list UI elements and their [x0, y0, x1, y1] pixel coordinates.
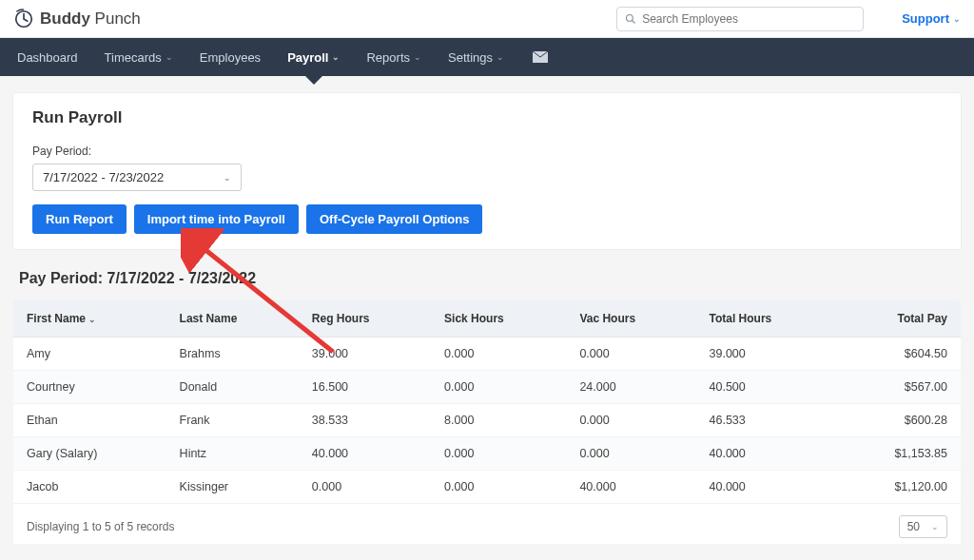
col-last-name[interactable]: Last Name — [166, 300, 299, 338]
results-title: Pay Period: 7/17/2022 - 7/23/2022 — [19, 270, 955, 287]
cell-reg-hours: 16.500 — [299, 371, 431, 404]
svg-point-1 — [627, 14, 633, 21]
chevron-down-icon: ⌄ — [953, 14, 961, 24]
nav-item-reports[interactable]: Reports⌄ — [353, 38, 435, 76]
chevron-down-icon: ⌄ — [497, 52, 504, 62]
run-report-button[interactable]: Run Report — [32, 204, 127, 234]
col-total-pay[interactable]: Total Pay — [836, 300, 961, 338]
search-box[interactable] — [616, 7, 864, 31]
col-sick-hours[interactable]: Sick Hours — [431, 300, 566, 338]
content: Run Payroll Pay Period: 7/17/2022 - 7/23… — [0, 76, 974, 553]
col-first-name[interactable]: First Name ⌄ — [13, 300, 166, 338]
nav-item-settings[interactable]: Settings⌄ — [435, 38, 517, 76]
col-total-hours[interactable]: Total Hours — [696, 300, 836, 338]
cell-reg-hours: 0.000 — [299, 471, 431, 504]
clock-icon — [13, 9, 34, 29]
nav-item-payroll[interactable]: Payroll⌄ — [274, 38, 353, 76]
cell-last-name: Frank — [166, 404, 299, 437]
cell-reg-hours: 40.000 — [299, 437, 431, 471]
support-link[interactable]: Support ⌄ — [902, 11, 961, 26]
pay-period-label: Pay Period: — [32, 145, 942, 158]
cell-total-hours: 39.000 — [696, 338, 836, 371]
page-size-select[interactable]: 50 ⌄ — [899, 515, 947, 538]
cell-total-pay: $604.50 — [836, 338, 961, 371]
cell-sick-hours: 0.000 — [431, 471, 566, 504]
cell-sick-hours: 0.000 — [431, 437, 566, 471]
col-vac-hours[interactable]: Vac Hours — [566, 300, 695, 338]
run-payroll-title: Run Payroll — [32, 108, 942, 127]
results-table: First Name ⌄ Last Name Reg Hours Sick Ho… — [13, 300, 961, 504]
nav-item-timecards[interactable]: Timecards⌄ — [91, 38, 186, 76]
cell-last-name: Kissinger — [166, 471, 299, 504]
cell-vac-hours: 24.000 — [566, 371, 695, 404]
chevron-down-icon: ⌄ — [332, 52, 340, 62]
nav-label: Employees — [200, 50, 261, 65]
nav-label: Payroll — [287, 50, 328, 65]
search-input[interactable] — [642, 12, 855, 26]
table-row[interactable]: AmyBrahms39.0000.0000.00039.000$604.50 — [13, 338, 961, 371]
cell-last-name: Donald — [166, 371, 299, 404]
svg-line-2 — [633, 20, 635, 23]
nav-label: Reports — [366, 50, 410, 65]
table-row[interactable]: Gary (Salary)Hintz40.0000.0000.00040.000… — [13, 437, 961, 471]
nav-item-dashboard[interactable]: Dashboard — [4, 38, 91, 76]
cell-sick-hours: 0.000 — [431, 371, 566, 404]
chevron-down-icon: ⌄ — [166, 52, 173, 62]
import-time-button[interactable]: Import time into Payroll — [134, 204, 299, 234]
button-row: Run Report Import time into Payroll Off-… — [32, 204, 942, 234]
col-reg-hours[interactable]: Reg Hours — [299, 300, 431, 338]
table-row[interactable]: CourtneyDonald16.5000.00024.00040.500$56… — [13, 371, 961, 404]
cell-total-pay: $1,120.00 — [836, 471, 961, 504]
topbar: Buddy Punch Support ⌄ — [0, 0, 974, 38]
nav-label: Dashboard — [17, 50, 78, 65]
results-table-wrap: First Name ⌄ Last Name Reg Hours Sick Ho… — [13, 300, 961, 544]
sort-chevron-icon: ⌄ — [88, 315, 96, 324]
cell-first-name: Amy — [13, 338, 166, 371]
pay-period-select[interactable]: 7/17/2022 - 7/23/2022 ⌄ — [32, 164, 242, 191]
navbar: DashboardTimecards⌄EmployeesPayroll⌄Repo… — [0, 38, 974, 76]
cell-total-pay: $600.28 — [836, 404, 961, 437]
cell-total-hours: 40.000 — [696, 471, 836, 504]
nav-item-employees[interactable]: Employees — [186, 38, 274, 76]
brand-logo[interactable]: Buddy Punch — [13, 9, 141, 29]
nav-label: Timecards — [105, 50, 162, 65]
cell-sick-hours: 0.000 — [431, 338, 566, 371]
cell-vac-hours: 0.000 — [566, 437, 695, 471]
off-cycle-button[interactable]: Off-Cycle Payroll Options — [306, 204, 482, 234]
brand-text: Buddy Punch — [40, 10, 141, 29]
nav-label: Settings — [448, 50, 493, 65]
cell-total-hours: 40.500 — [696, 371, 836, 404]
cell-reg-hours: 39.000 — [299, 338, 431, 371]
cell-vac-hours: 0.000 — [566, 404, 695, 437]
chevron-down-icon: ⌄ — [224, 173, 231, 183]
cell-first-name: Courtney — [13, 371, 166, 404]
messages-icon[interactable] — [517, 38, 563, 76]
cell-last-name: Hintz — [166, 437, 299, 471]
records-count: Displaying 1 to 5 of 5 records — [27, 520, 174, 533]
table-row[interactable]: EthanFrank38.5338.0000.00046.533$600.28 — [13, 404, 961, 437]
table-row[interactable]: JacobKissinger0.0000.00040.00040.000$1,1… — [13, 471, 961, 504]
cell-first-name: Ethan — [13, 404, 166, 437]
cell-reg-hours: 38.533 — [299, 404, 431, 437]
chevron-down-icon: ⌄ — [931, 522, 939, 531]
cell-first-name: Jacob — [13, 471, 166, 504]
pay-period-value: 7/17/2022 - 7/23/2022 — [43, 170, 164, 184]
cell-sick-hours: 8.000 — [431, 404, 566, 437]
cell-last-name: Brahms — [166, 338, 299, 371]
cell-first-name: Gary (Salary) — [13, 437, 166, 471]
chevron-down-icon: ⌄ — [414, 52, 421, 62]
cell-vac-hours: 40.000 — [566, 471, 695, 504]
run-payroll-card: Run Payroll Pay Period: 7/17/2022 - 7/23… — [13, 93, 961, 249]
search-icon — [625, 13, 636, 25]
cell-total-hours: 46.533 — [696, 404, 836, 437]
cell-vac-hours: 0.000 — [566, 338, 695, 371]
cell-total-hours: 40.000 — [696, 437, 836, 471]
cell-total-pay: $1,153.85 — [836, 437, 961, 471]
table-footer: Displaying 1 to 5 of 5 records 50 ⌄ — [13, 504, 961, 544]
cell-total-pay: $567.00 — [836, 371, 961, 404]
